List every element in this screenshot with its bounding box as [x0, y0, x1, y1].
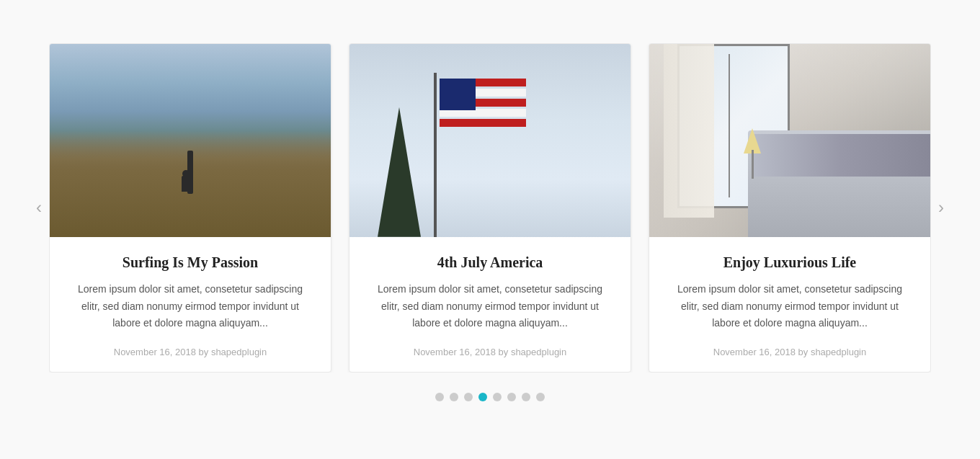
card-title-bedroom: Enjoy Luxurious Life [723, 254, 856, 271]
card-image-flag [349, 44, 631, 237]
flag-canton [440, 79, 476, 110]
bed-element [748, 130, 931, 236]
lamp-element [744, 128, 762, 179]
card-body-bedroom: Enjoy Luxurious Life Lorem ipsum dolor s… [649, 237, 930, 372]
dot-6[interactable] [522, 393, 530, 401]
surf-image [50, 44, 331, 237]
card-bedroom: Enjoy Luxurious Life Lorem ipsum dolor s… [649, 43, 931, 373]
curtain-left [664, 44, 714, 218]
next-arrow[interactable]: › [931, 190, 951, 225]
card-surfing: Surfing Is My Passion Lorem ipsum dolor … [49, 43, 331, 373]
cards-container: Surfing Is My Passion Lorem ipsum dolor … [49, 43, 931, 373]
card-meta-surf: November 16, 2018 by shapedplugin [114, 347, 267, 357]
card-meta-flag: November 16, 2018 by shapedplugin [414, 347, 566, 357]
bedroom-image [649, 44, 930, 237]
card-text-surf: Lorem ipsum dolor sit amet, consetetur s… [70, 281, 311, 332]
card-flag: 4th July America Lorem ipsum dolor sit a… [349, 43, 631, 373]
dot-2[interactable] [464, 393, 473, 401]
card-image-bedroom [649, 44, 930, 237]
prev-arrow[interactable]: ‹ [29, 190, 49, 225]
card-meta-bedroom: November 16, 2018 by shapedplugin [713, 347, 866, 357]
tree-element [378, 107, 421, 237]
flag-image [349, 44, 631, 237]
flag-element [440, 79, 526, 129]
card-title-flag: 4th July America [437, 254, 543, 271]
carousel-dots [435, 393, 545, 401]
dot-5[interactable] [507, 393, 516, 401]
dot-4[interactable] [493, 393, 502, 401]
card-text-bedroom: Lorem ipsum dolor sit amet, consetetur s… [669, 281, 910, 332]
dot-0[interactable] [435, 393, 444, 401]
surfer-figure [182, 170, 190, 195]
card-body-flag: 4th July America Lorem ipsum dolor sit a… [349, 237, 631, 372]
card-title-surf: Surfing Is My Passion [122, 254, 258, 271]
dot-7[interactable] [536, 393, 545, 401]
carousel: ‹ Surfing Is My Passion Lorem ipsum dolo… [29, 43, 951, 373]
dot-1[interactable] [450, 393, 458, 401]
card-image-surf [50, 44, 331, 237]
dot-3[interactable] [478, 393, 487, 401]
flag-stripe-5 [440, 119, 526, 127]
card-text-flag: Lorem ipsum dolor sit amet, consetetur s… [370, 281, 610, 332]
card-body-surf: Surfing Is My Passion Lorem ipsum dolor … [50, 237, 331, 372]
